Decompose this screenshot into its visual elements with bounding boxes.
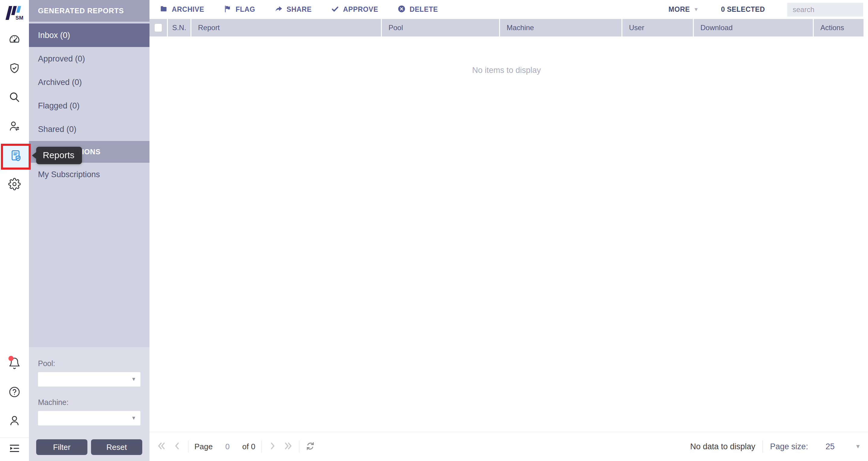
page-number-input[interactable] bbox=[219, 440, 236, 453]
highlight-box bbox=[1, 144, 31, 170]
prev-page-button[interactable] bbox=[173, 441, 182, 452]
archive-button[interactable]: ARCHIVE bbox=[160, 5, 204, 14]
refresh-button[interactable] bbox=[305, 441, 315, 452]
page-size-value[interactable]: 25 bbox=[826, 442, 835, 451]
pagination-controls: Page of 0 bbox=[157, 440, 315, 453]
folder-icon bbox=[160, 5, 168, 14]
page-label: Page bbox=[194, 442, 213, 451]
next-page-button[interactable] bbox=[268, 441, 277, 452]
sidebar-item-security[interactable] bbox=[0, 62, 29, 76]
column-header-sn[interactable]: S.N. bbox=[167, 19, 190, 36]
sidebar-item-help[interactable] bbox=[0, 386, 29, 400]
gear-icon bbox=[8, 178, 21, 192]
notification-badge-dot bbox=[8, 356, 13, 361]
selected-count: 0 SELECTED bbox=[721, 5, 765, 13]
pool-select[interactable]: ▼ bbox=[38, 372, 141, 387]
double-chevron-right-icon bbox=[283, 441, 293, 452]
collapse-menu-button[interactable] bbox=[0, 442, 29, 456]
column-header-report[interactable]: Report bbox=[190, 19, 381, 36]
logo-mark-icon: SM bbox=[5, 5, 24, 22]
machine-label: Machine: bbox=[38, 398, 141, 407]
indent-menu-icon bbox=[8, 442, 21, 456]
icon-rail: SM bbox=[0, 0, 29, 461]
approve-button[interactable]: APPROVE bbox=[331, 5, 378, 14]
sidebar-item-my-subscriptions[interactable]: My Subscriptions bbox=[29, 163, 150, 186]
empty-table-message: No items to display bbox=[150, 66, 864, 75]
select-all-checkbox[interactable] bbox=[154, 24, 162, 32]
divider bbox=[188, 440, 188, 453]
sidebar-item-dashboard[interactable] bbox=[0, 33, 29, 47]
search-input[interactable] bbox=[787, 3, 863, 17]
sidebar-item-shared[interactable]: Shared (0) bbox=[29, 118, 150, 141]
tooltip-reports: Reports bbox=[32, 147, 82, 164]
column-header-actions[interactable]: Actions bbox=[813, 19, 864, 36]
chevron-down-icon: ▼ bbox=[131, 415, 136, 421]
column-header-download[interactable]: Download bbox=[693, 19, 813, 36]
actions-toolbar: ARCHIVE FLAG SHARE bbox=[150, 0, 868, 19]
filter-button[interactable]: Filter bbox=[36, 439, 87, 455]
logo-text: SM bbox=[16, 15, 24, 21]
more-menu-button[interactable]: MORE ▼ bbox=[669, 5, 699, 13]
sidebar-item-archived[interactable]: Archived (0) bbox=[29, 70, 150, 94]
search-icon bbox=[8, 91, 21, 104]
page-of-label: of 0 bbox=[242, 442, 255, 451]
table-header-row: S.N. Report Pool Machine User Download A… bbox=[150, 19, 864, 36]
rail-divider bbox=[0, 437, 29, 438]
reports-document-icon[interactable] bbox=[9, 149, 23, 164]
chevron-down-icon: ▼ bbox=[131, 376, 136, 382]
flag-button[interactable]: FLAG bbox=[224, 5, 255, 14]
flag-icon bbox=[224, 5, 232, 14]
chevron-left-icon bbox=[173, 441, 182, 452]
approve-label: APPROVE bbox=[343, 5, 378, 13]
no-data-status: No data to display bbox=[690, 442, 755, 451]
sidebar-item-flagged[interactable]: Flagged (0) bbox=[29, 94, 150, 118]
page-size-label: Page size: bbox=[770, 442, 808, 451]
column-header-machine[interactable]: Machine bbox=[499, 19, 621, 36]
chevron-down-icon: ▼ bbox=[693, 7, 699, 13]
machine-select[interactable]: ▼ bbox=[38, 411, 141, 425]
user-sync-icon bbox=[8, 120, 21, 134]
sidebar-item-notifications[interactable] bbox=[0, 357, 29, 370]
x-circle-icon bbox=[398, 5, 406, 14]
reports-sidebar: GENERATED REPORTS Inbox (0) Approved (0)… bbox=[29, 0, 150, 461]
chevron-right-icon bbox=[268, 441, 277, 452]
divider bbox=[261, 440, 261, 453]
double-chevron-left-icon bbox=[157, 441, 166, 452]
app-window: SM bbox=[0, 0, 868, 461]
column-header-pool[interactable]: Pool bbox=[381, 19, 499, 36]
tooltip-arrow bbox=[32, 152, 36, 159]
app-logo[interactable]: SM bbox=[0, 5, 29, 22]
last-page-button[interactable] bbox=[283, 441, 293, 452]
share-label: SHARE bbox=[287, 5, 312, 13]
dashboard-gauge-icon bbox=[8, 33, 21, 47]
first-page-button[interactable] bbox=[157, 441, 166, 452]
toolbar-right: MORE ▼ 0 SELECTED bbox=[669, 3, 868, 17]
delete-label: DELETE bbox=[410, 5, 438, 13]
chevron-down-icon[interactable]: ▼ bbox=[855, 443, 861, 450]
delete-button[interactable]: DELETE bbox=[398, 5, 438, 14]
main-content: ARCHIVE FLAG SHARE bbox=[150, 0, 868, 461]
select-all-cell bbox=[150, 19, 167, 36]
reset-button[interactable]: Reset bbox=[91, 439, 142, 455]
filter-panel: Pool: ▼ Machine: ▼ Filter Reset bbox=[29, 347, 150, 461]
sidebar-item-inbox[interactable]: Inbox (0) bbox=[29, 24, 150, 47]
pagination-bar: Page of 0 bbox=[150, 432, 868, 461]
sidebar-item-search[interactable] bbox=[0, 91, 29, 104]
sidebar-item-users[interactable] bbox=[0, 120, 29, 134]
sidebar-item-account[interactable] bbox=[0, 414, 29, 428]
share-button[interactable]: SHARE bbox=[275, 5, 312, 14]
archive-label: ARCHIVE bbox=[172, 5, 204, 13]
divider bbox=[763, 440, 763, 453]
column-header-user[interactable]: User bbox=[621, 19, 693, 36]
section-title-generated-reports: GENERATED REPORTS bbox=[29, 0, 150, 22]
pool-label: Pool: bbox=[38, 359, 141, 368]
bell-icon bbox=[8, 357, 21, 370]
flag-label: FLAG bbox=[236, 5, 255, 13]
bulk-actions: ARCHIVE FLAG SHARE bbox=[160, 5, 438, 14]
help-icon bbox=[8, 386, 21, 400]
refresh-icon bbox=[305, 441, 315, 452]
sidebar-item-settings[interactable] bbox=[0, 178, 29, 192]
person-icon bbox=[8, 414, 21, 428]
sidebar-item-approved[interactable]: Approved (0) bbox=[29, 47, 150, 70]
pagination-status: No data to display Page size: 25 ▼ bbox=[690, 440, 861, 453]
